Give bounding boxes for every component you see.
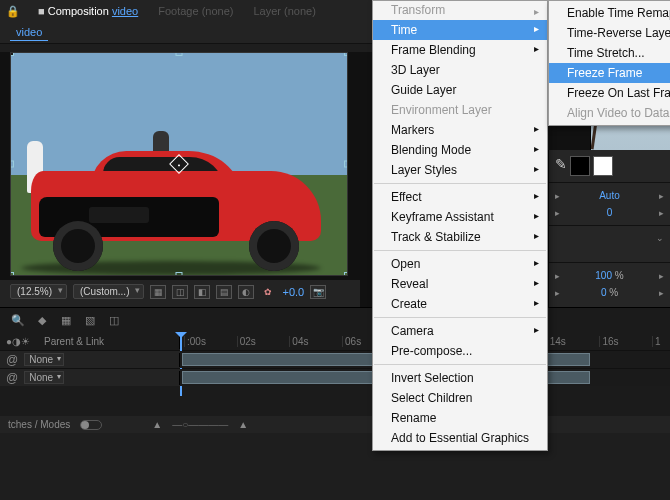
tl-graph-icon[interactable]: ◫: [106, 312, 122, 328]
composition-name[interactable]: video: [112, 5, 138, 17]
time-submenu: Enable Time RemappingTime-Reverse LayerT…: [548, 0, 670, 126]
menu-item[interactable]: Create: [373, 294, 547, 314]
chevron-right-icon: ▸: [555, 208, 560, 218]
menu-item[interactable]: Effect: [373, 187, 547, 207]
color-mgmt-icon[interactable]: ✿: [260, 285, 276, 299]
tl-layer-icon[interactable]: ▦: [58, 312, 74, 328]
ruler-tick: 16s: [599, 336, 652, 347]
submenu-item[interactable]: Time-Reverse Layer: [549, 23, 670, 43]
viewer-controls: (12.5%) (Custom...) ▦ ◫ ◧ ▤ ◐ ✿ +0.0 📷: [0, 280, 360, 307]
tl-fx-icon[interactable]: ▧: [82, 312, 98, 328]
menu-item[interactable]: Layer Styles: [373, 160, 547, 180]
menu-item[interactable]: Blending Mode: [373, 140, 547, 160]
submenu-item[interactable]: Time Stretch...: [549, 43, 670, 63]
menu-item[interactable]: Keyframe Assistant: [373, 207, 547, 227]
menu-item: Environment Layer: [373, 100, 547, 120]
transform-handle[interactable]: [344, 161, 348, 168]
menu-item[interactable]: Track & Stabilize: [373, 227, 547, 247]
panel-type: Composition: [48, 5, 109, 17]
panel-row[interactable]: ▸0▸: [555, 204, 664, 221]
ruler-tick: 04s: [289, 336, 342, 347]
layer-row[interactable]: @None: [0, 368, 670, 386]
eyedropper-icon[interactable]: ✎: [555, 156, 567, 176]
menu-item[interactable]: 3D Layer: [373, 60, 547, 80]
transform-handle[interactable]: [344, 52, 348, 56]
timeline-footer: tches / Modes ▲ —○———— ▲: [0, 416, 670, 433]
tl-tag-icon[interactable]: ◆: [34, 312, 50, 328]
lock-icon[interactable]: 🔒: [6, 5, 18, 17]
transform-handle[interactable]: [344, 272, 348, 276]
menu-item[interactable]: Time: [373, 20, 547, 40]
menu-item[interactable]: Add to Essential Graphics: [373, 428, 547, 448]
pickwhip-icon[interactable]: @: [6, 353, 18, 367]
transform-handle[interactable]: [176, 52, 183, 56]
footage-label: Footage (none): [158, 5, 233, 17]
ruler-tick: 1: [652, 336, 670, 347]
panel-row[interactable]: ▸Auto▸: [555, 187, 664, 204]
toggle-switches[interactable]: [80, 420, 102, 430]
menu-item-transform[interactable]: Transform: [373, 3, 547, 20]
ruler-tick: :00s: [184, 336, 237, 347]
zoom-dropdown[interactable]: (12.5%): [10, 284, 67, 299]
submenu-item[interactable]: Freeze Frame: [549, 63, 670, 83]
menu-item[interactable]: Invert Selection: [373, 368, 547, 388]
timeline-toolbar: 🔍 ◆ ▦ ▧ ◫: [0, 308, 670, 332]
grid-icon[interactable]: ▤: [216, 285, 232, 299]
menu-item[interactable]: Reveal: [373, 274, 547, 294]
menu-item[interactable]: Pre-compose...: [373, 341, 547, 361]
parent-dropdown[interactable]: None: [24, 353, 64, 366]
transform-handle[interactable]: [10, 52, 14, 56]
transform-handle[interactable]: [10, 161, 14, 168]
transform-handle[interactable]: [176, 272, 183, 276]
ruler-tick: 14s: [547, 336, 600, 347]
ruler-tick: 02s: [237, 336, 290, 347]
menu-item[interactable]: Guide Layer: [373, 80, 547, 100]
submenu-item[interactable]: Freeze On Last Frame: [549, 83, 670, 103]
pickwhip-icon[interactable]: @: [6, 371, 18, 385]
layer-row[interactable]: @None: [0, 350, 670, 368]
right-panel: ✎ ▸Auto▸ ▸0▸ ⌄ ▸100 %▸ ▸0 %▸: [548, 150, 670, 307]
panel-row[interactable]: ⌄: [555, 230, 664, 246]
swatch-background[interactable]: [593, 156, 613, 176]
composition-viewer[interactable]: [10, 52, 348, 276]
tl-search-icon[interactable]: 🔍: [10, 312, 26, 328]
toggle-mask-icon[interactable]: ◫: [172, 285, 188, 299]
chevron-right-icon: ▸: [555, 191, 560, 201]
menu-item[interactable]: Select Children: [373, 388, 547, 408]
menu-item[interactable]: Frame Blending: [373, 40, 547, 60]
transform-handle[interactable]: [10, 272, 14, 276]
swatch-foreground[interactable]: [570, 156, 590, 176]
channel-icon[interactable]: ◐: [238, 285, 254, 299]
panel-row[interactable]: ▸0 %▸: [555, 284, 664, 301]
layer-label: Layer (none): [253, 5, 315, 17]
footer-label: tches / Modes: [8, 419, 70, 430]
snapshot-icon[interactable]: 📷: [310, 285, 326, 299]
time-ruler[interactable]: ●◑☀ Parent & Link :00s 02s 04s 06s 14s 1…: [0, 332, 670, 350]
menu-item[interactable]: Rename: [373, 408, 547, 428]
tab-video[interactable]: video: [10, 24, 48, 41]
exposure-value[interactable]: +0.0: [282, 286, 304, 298]
menu-item[interactable]: Camera: [373, 321, 547, 341]
submenu-item: Align Video to Data: [549, 103, 670, 123]
layer-context-menu: Transform TimeFrame Blending3D LayerGuid…: [372, 0, 548, 451]
paint-swatches: ✎: [555, 156, 664, 176]
panel-row[interactable]: ▸100 %▸: [555, 267, 664, 284]
menu-item[interactable]: Markers: [373, 120, 547, 140]
region-icon[interactable]: ◧: [194, 285, 210, 299]
menu-item[interactable]: Open: [373, 254, 547, 274]
timeline-panel: 🔍 ◆ ▦ ▧ ◫ ●◑☀ Parent & Link :00s 02s 04s…: [0, 307, 670, 433]
resolution-dropdown[interactable]: (Custom...): [73, 284, 144, 299]
columns-header: ●◑☀ Parent & Link: [0, 333, 180, 349]
parent-dropdown[interactable]: None: [24, 371, 64, 384]
submenu-item[interactable]: Enable Time Remapping: [549, 3, 670, 23]
toggle-alpha-icon[interactable]: ▦: [150, 285, 166, 299]
